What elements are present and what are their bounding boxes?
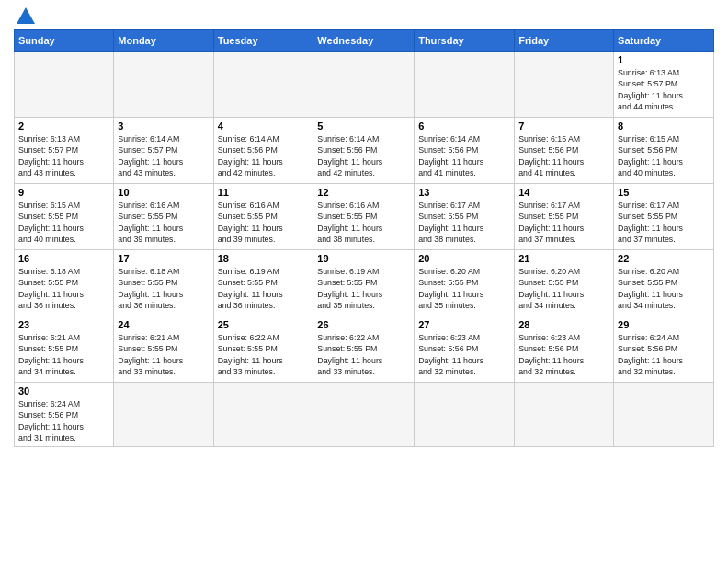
calendar-cell [415, 383, 515, 447]
weekday-header-thursday: Thursday [415, 30, 515, 52]
day-info: Sunrise: 6:13 AM Sunset: 5:57 PM Dayligh… [18, 133, 109, 178]
day-info: Sunrise: 6:21 AM Sunset: 5:55 PM Dayligh… [18, 332, 109, 377]
day-number: 16 [18, 253, 109, 264]
day-info: Sunrise: 6:24 AM Sunset: 5:56 PM Dayligh… [618, 332, 710, 377]
day-number: 11 [218, 187, 310, 198]
calendar-cell: 21Sunrise: 6:20 AM Sunset: 5:55 PM Dayli… [515, 250, 614, 316]
calendar-cell: 30Sunrise: 6:24 AM Sunset: 5:56 PM Dayli… [15, 383, 114, 447]
day-number: 27 [418, 319, 510, 330]
day-number: 23 [18, 319, 109, 330]
day-number: 24 [118, 319, 209, 330]
day-number: 17 [118, 253, 209, 264]
day-info: Sunrise: 6:22 AM Sunset: 5:55 PM Dayligh… [218, 332, 310, 377]
calendar-cell: 12Sunrise: 6:16 AM Sunset: 5:55 PM Dayli… [313, 184, 415, 250]
day-info: Sunrise: 6:21 AM Sunset: 5:55 PM Dayligh… [118, 332, 209, 377]
day-info: Sunrise: 6:24 AM Sunset: 5:56 PM Dayligh… [18, 398, 109, 443]
logo-text [14, 9, 35, 24]
day-number: 2 [18, 121, 109, 132]
day-info: Sunrise: 6:18 AM Sunset: 5:55 PM Dayligh… [18, 266, 109, 311]
calendar-cell: 17Sunrise: 6:18 AM Sunset: 5:55 PM Dayli… [114, 250, 213, 316]
calendar-row-6: 30Sunrise: 6:24 AM Sunset: 5:56 PM Dayli… [15, 383, 714, 447]
calendar-cell: 7Sunrise: 6:15 AM Sunset: 5:56 PM Daylig… [515, 118, 614, 184]
calendar-cell [15, 52, 114, 118]
day-info: Sunrise: 6:19 AM Sunset: 5:55 PM Dayligh… [317, 266, 410, 311]
day-number: 9 [18, 187, 109, 198]
calendar-cell: 22Sunrise: 6:20 AM Sunset: 5:55 PM Dayli… [614, 250, 714, 316]
day-number: 7 [518, 121, 609, 132]
calendar-row-3: 9Sunrise: 6:15 AM Sunset: 5:55 PM Daylig… [15, 184, 714, 250]
calendar-cell [313, 52, 415, 118]
calendar-cell: 14Sunrise: 6:17 AM Sunset: 5:55 PM Dayli… [515, 184, 614, 250]
page: SundayMondayTuesdayWednesdayThursdayFrid… [0, 0, 728, 456]
calendar-row-4: 16Sunrise: 6:18 AM Sunset: 5:55 PM Dayli… [15, 250, 714, 316]
day-info: Sunrise: 6:17 AM Sunset: 5:55 PM Dayligh… [618, 200, 710, 245]
calendar-cell [114, 52, 213, 118]
day-info: Sunrise: 6:16 AM Sunset: 5:55 PM Dayligh… [317, 200, 410, 245]
calendar-cell: 26Sunrise: 6:22 AM Sunset: 5:55 PM Dayli… [313, 316, 415, 383]
day-info: Sunrise: 6:23 AM Sunset: 5:56 PM Dayligh… [518, 332, 609, 377]
calendar-row-5: 23Sunrise: 6:21 AM Sunset: 5:55 PM Dayli… [15, 316, 714, 383]
calendar-cell: 4Sunrise: 6:14 AM Sunset: 5:56 PM Daylig… [213, 118, 313, 184]
calendar-cell: 29Sunrise: 6:24 AM Sunset: 5:56 PM Dayli… [614, 316, 714, 383]
calendar-cell: 18Sunrise: 6:19 AM Sunset: 5:55 PM Dayli… [213, 250, 313, 316]
calendar-cell: 10Sunrise: 6:16 AM Sunset: 5:55 PM Dayli… [114, 184, 213, 250]
calendar-cell [313, 383, 415, 447]
day-info: Sunrise: 6:22 AM Sunset: 5:55 PM Dayligh… [317, 332, 410, 377]
day-number: 25 [218, 319, 310, 330]
day-number: 15 [618, 187, 710, 198]
day-number: 18 [218, 253, 310, 264]
day-number: 26 [317, 319, 410, 330]
calendar-row-2: 2Sunrise: 6:13 AM Sunset: 5:57 PM Daylig… [15, 118, 714, 184]
day-info: Sunrise: 6:20 AM Sunset: 5:55 PM Dayligh… [618, 266, 710, 311]
day-info: Sunrise: 6:14 AM Sunset: 5:56 PM Dayligh… [218, 133, 310, 178]
calendar-cell: 23Sunrise: 6:21 AM Sunset: 5:55 PM Dayli… [15, 316, 114, 383]
logo-triangle-icon [17, 7, 35, 24]
calendar-cell [415, 52, 515, 118]
calendar-cell: 15Sunrise: 6:17 AM Sunset: 5:55 PM Dayli… [614, 184, 714, 250]
day-number: 8 [618, 121, 710, 132]
calendar-cell: 6Sunrise: 6:14 AM Sunset: 5:56 PM Daylig… [415, 118, 515, 184]
day-info: Sunrise: 6:16 AM Sunset: 5:55 PM Dayligh… [218, 200, 310, 245]
logo [14, 9, 35, 24]
day-info: Sunrise: 6:13 AM Sunset: 5:57 PM Dayligh… [618, 67, 710, 112]
calendar-cell: 3Sunrise: 6:14 AM Sunset: 5:57 PM Daylig… [114, 118, 213, 184]
calendar-cell: 16Sunrise: 6:18 AM Sunset: 5:55 PM Dayli… [15, 250, 114, 316]
day-info: Sunrise: 6:17 AM Sunset: 5:55 PM Dayligh… [418, 200, 510, 245]
day-number: 5 [317, 121, 410, 132]
day-number: 30 [18, 385, 109, 396]
calendar-cell: 1Sunrise: 6:13 AM Sunset: 5:57 PM Daylig… [614, 52, 714, 118]
calendar-cell: 5Sunrise: 6:14 AM Sunset: 5:56 PM Daylig… [313, 118, 415, 184]
day-number: 12 [317, 187, 410, 198]
day-number: 14 [518, 187, 609, 198]
weekday-header-wednesday: Wednesday [313, 30, 415, 52]
calendar-cell: 19Sunrise: 6:19 AM Sunset: 5:55 PM Dayli… [313, 250, 415, 316]
calendar-cell [114, 383, 213, 447]
day-number: 29 [618, 319, 710, 330]
weekday-header-sunday: Sunday [15, 30, 114, 52]
calendar-cell: 24Sunrise: 6:21 AM Sunset: 5:55 PM Dayli… [114, 316, 213, 383]
day-number: 28 [518, 319, 609, 330]
day-info: Sunrise: 6:18 AM Sunset: 5:55 PM Dayligh… [118, 266, 209, 311]
header [14, 9, 714, 24]
day-info: Sunrise: 6:20 AM Sunset: 5:55 PM Dayligh… [518, 266, 609, 311]
day-info: Sunrise: 6:15 AM Sunset: 5:56 PM Dayligh… [618, 133, 710, 178]
day-info: Sunrise: 6:14 AM Sunset: 5:56 PM Dayligh… [418, 133, 510, 178]
calendar-cell: 8Sunrise: 6:15 AM Sunset: 5:56 PM Daylig… [614, 118, 714, 184]
calendar-cell: 28Sunrise: 6:23 AM Sunset: 5:56 PM Dayli… [515, 316, 614, 383]
day-info: Sunrise: 6:15 AM Sunset: 5:55 PM Dayligh… [18, 200, 109, 245]
calendar-cell: 20Sunrise: 6:20 AM Sunset: 5:55 PM Dayli… [415, 250, 515, 316]
day-number: 6 [418, 121, 510, 132]
day-info: Sunrise: 6:19 AM Sunset: 5:55 PM Dayligh… [218, 266, 310, 311]
day-number: 19 [317, 253, 410, 264]
weekday-header-friday: Friday [515, 30, 614, 52]
calendar-cell: 27Sunrise: 6:23 AM Sunset: 5:56 PM Dayli… [415, 316, 515, 383]
weekday-header-row: SundayMondayTuesdayWednesdayThursdayFrid… [15, 30, 714, 52]
calendar-cell: 9Sunrise: 6:15 AM Sunset: 5:55 PM Daylig… [15, 184, 114, 250]
calendar-cell: 13Sunrise: 6:17 AM Sunset: 5:55 PM Dayli… [415, 184, 515, 250]
calendar-table: SundayMondayTuesdayWednesdayThursdayFrid… [14, 29, 714, 447]
calendar-cell: 11Sunrise: 6:16 AM Sunset: 5:55 PM Dayli… [213, 184, 313, 250]
day-number: 21 [518, 253, 609, 264]
calendar-cell [213, 383, 313, 447]
day-number: 13 [418, 187, 510, 198]
day-number: 4 [218, 121, 310, 132]
